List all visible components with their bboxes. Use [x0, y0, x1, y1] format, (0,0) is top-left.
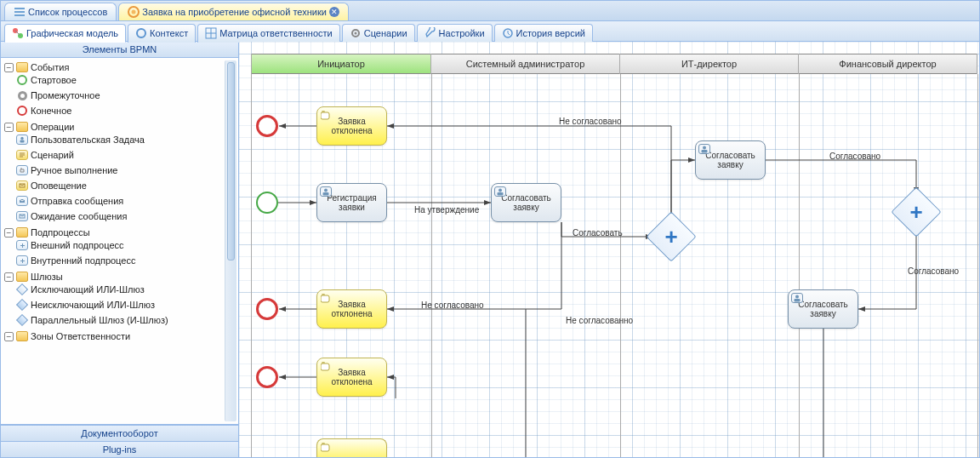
lane-itdirector: ИТ-директор	[620, 54, 799, 74]
accordion-docs[interactable]: Документооборот	[1, 425, 238, 441]
tree-item-script[interactable]: Сценарий	[16, 149, 225, 161]
folder-icon	[16, 272, 28, 282]
close-icon[interactable]: ✕	[329, 7, 339, 17]
tree-item-start-event[interactable]: Стартовое	[16, 74, 225, 86]
collapse-icon[interactable]: −	[4, 228, 14, 238]
svg-rect-24	[498, 192, 504, 196]
end-event-1[interactable]	[256, 115, 278, 137]
subtab-label: История версий	[516, 28, 585, 38]
tree-folder-operations[interactable]: −Операции	[4, 122, 225, 132]
task-rejected-1[interactable]: Заявка отклонена	[316, 106, 387, 146]
edge-label: Согласовано	[908, 266, 959, 276]
svg-rect-17	[321, 112, 329, 119]
tree-item-xor-gateway[interactable]: Исключающий ИЛИ-Шлюз	[16, 283, 225, 295]
tab-matrix[interactable]: Матрица ответственности	[197, 24, 340, 43]
script-icon	[16, 149, 28, 161]
tree-item-notify[interactable]: Оповещение	[16, 180, 225, 192]
tree-folder-gateways[interactable]: −Шлюзы	[4, 272, 225, 282]
task-rejected-2[interactable]: Заявка отклонена	[316, 289, 387, 329]
svg-rect-0	[14, 8, 25, 9]
lane-header[interactable]: Финансовый директор	[799, 54, 977, 74]
tab-history[interactable]: История версий	[494, 24, 593, 43]
wait-icon	[16, 210, 28, 222]
tree-item-and-gateway[interactable]: Параллельный Шлюз (И-Шлюз)	[16, 314, 225, 326]
task-approve-findirector[interactable]: Согласовать заявку	[788, 289, 858, 329]
view-tabs: Графическая модель Контекст Матрица отве…	[1, 21, 979, 42]
svg-rect-2	[14, 14, 25, 16]
notify-icon	[16, 180, 28, 192]
edge-label: Не согласованно	[566, 316, 633, 325]
svg-point-27	[795, 295, 799, 298]
plus-icon: +	[653, 219, 689, 255]
tab-scenarios[interactable]: Сценарии	[342, 24, 415, 43]
task-cutoff[interactable]	[316, 438, 387, 457]
scrollbar-thumb[interactable]	[227, 62, 235, 260]
tree-item-send[interactable]: Отправка сообщения	[16, 195, 225, 207]
intermediate-event-icon	[16, 89, 28, 101]
user-icon	[494, 186, 506, 197]
gateway-2[interactable]: +	[898, 194, 934, 230]
svg-rect-19	[323, 192, 329, 196]
tree-folder-subprocesses[interactable]: −Подпроцессы	[4, 227, 225, 238]
collapse-icon[interactable]: −	[4, 123, 14, 132]
send-icon	[16, 195, 28, 207]
end-event-3[interactable]	[256, 366, 278, 388]
sidebar: Элементы BPMN −События Стартовое Промежу…	[1, 42, 239, 457]
edge-label: На утверждение	[414, 205, 479, 215]
tree-item-int-subprocess[interactable]: ＋Внутренний подпроцесс	[16, 255, 225, 266]
tab-settings[interactable]: Настройки	[417, 24, 493, 43]
bpmn-elements-panel: −События Стартовое Промежуточное Конечно…	[1, 58, 238, 425]
sidebar-scrollbar[interactable]	[225, 60, 236, 421]
tab-context[interactable]: Контекст	[128, 24, 196, 43]
svg-rect-13	[20, 140, 25, 143]
task-approve-itdirector[interactable]: Согласовать заявку	[695, 140, 766, 180]
note-icon	[320, 293, 332, 303]
svg-rect-20	[321, 295, 329, 302]
tree-folder-events[interactable]: −События	[4, 62, 225, 72]
tree-item-end-event[interactable]: Конечное	[16, 105, 225, 117]
subtab-label: Графическая модель	[26, 28, 118, 38]
collapse-icon[interactable]: −	[4, 63, 14, 72]
tree-item-ext-subprocess[interactable]: ＋Внешний подпроцесс	[16, 239, 225, 251]
end-event-icon	[16, 105, 28, 117]
tree-folder-swimlanes[interactable]: −Зоны Ответственности	[4, 331, 225, 341]
edge-label: Согласовано	[829, 152, 880, 161]
task-register[interactable]: Регистрация заявки	[316, 183, 387, 222]
tab-process-list[interactable]: Список процессов	[4, 3, 117, 20]
start-event[interactable]	[256, 192, 278, 214]
diagram-canvas[interactable]: Инициатор Системный администратор ИТ-дир…	[239, 42, 979, 457]
tree-item-manual[interactable]: Ручное выполнение	[16, 164, 225, 176]
tab-graphic-model[interactable]: Графическая модель	[4, 24, 126, 43]
note-icon	[320, 442, 332, 452]
lane-header[interactable]: ИТ-директор	[620, 54, 798, 74]
svg-rect-1	[14, 11, 25, 13]
task-rejected-3[interactable]: Заявка отклонена	[316, 358, 387, 397]
tab-request[interactable]: Заявка на приобретение офисной техники ✕	[118, 3, 349, 20]
document-tabs: Список процессов Заявка на приобретение …	[1, 1, 979, 21]
process-icon	[128, 6, 140, 18]
user-icon	[698, 144, 710, 154]
body: Элементы BPMN −События Стартовое Промежу…	[1, 42, 979, 457]
svg-rect-21	[321, 364, 329, 370]
subprocess-icon: ＋	[16, 239, 28, 251]
gateway-1[interactable]: +	[653, 219, 689, 255]
app-root: Список процессов Заявка на приобретение …	[0, 0, 980, 458]
tree-item-intermediate-event[interactable]: Промежуточное	[16, 89, 225, 101]
edge-label: Не согласовано	[421, 301, 484, 310]
user-icon	[791, 293, 803, 303]
tree-item-user-task[interactable]: Пользовательская Задача	[16, 134, 225, 146]
svg-point-25	[703, 146, 706, 149]
collapse-icon[interactable]: −	[4, 272, 14, 282]
panel-title: Элементы BPMN	[1, 42, 238, 58]
end-event-2[interactable]	[256, 298, 278, 320]
collapse-icon[interactable]: −	[4, 332, 14, 341]
context-icon	[135, 27, 147, 39]
accordion-plugins[interactable]: Plug-ins	[1, 441, 238, 457]
tree-item-or-gateway[interactable]: Неисключающий ИЛИ-Шлюз	[16, 299, 225, 311]
subprocess-icon: ＋	[16, 255, 28, 266]
task-approve-sysadmin[interactable]: Согласовать заявку	[491, 183, 561, 222]
bpmn-tree: −События Стартовое Промежуточное Конечно…	[3, 60, 225, 421]
svg-point-7	[137, 29, 145, 37]
gear-icon	[350, 27, 362, 39]
tree-item-wait[interactable]: Ожидание сообщения	[16, 210, 225, 222]
